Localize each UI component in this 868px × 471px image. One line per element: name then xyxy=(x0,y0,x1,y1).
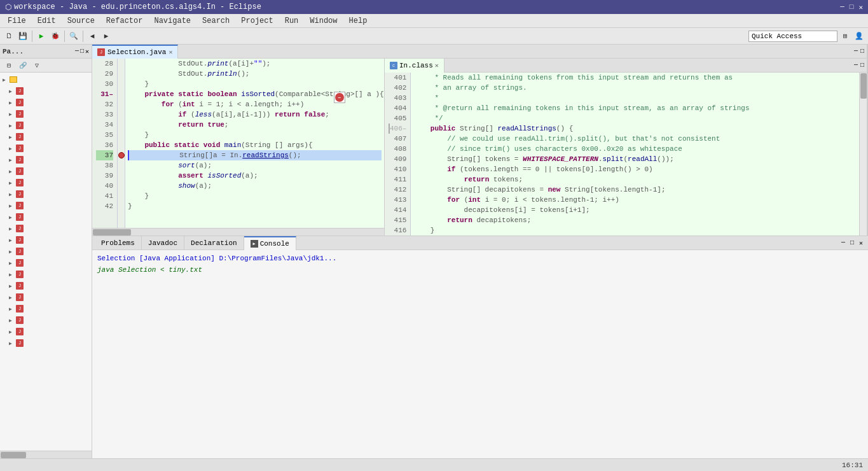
menu-help[interactable]: Help xyxy=(344,15,373,27)
tree-item[interactable]: ▶ J xyxy=(0,234,92,246)
tree-item[interactable]: ▶ J xyxy=(0,165,92,177)
title-bar-controls[interactable]: ─ □ ✕ xyxy=(840,3,863,11)
tree-menu[interactable]: ▽ xyxy=(31,59,43,72)
tab-close-inclass[interactable]: ✕ xyxy=(435,62,439,69)
toolbar-debug[interactable]: 🐞 xyxy=(49,30,62,43)
tree-item[interactable]: ▶ J xyxy=(0,120,92,131)
tree-item[interactable]: ▶ xyxy=(0,74,92,85)
tree-arrow: ▶ xyxy=(9,306,15,312)
selection-hscrollbar[interactable] xyxy=(92,228,384,236)
tree-item[interactable]: ▶ J xyxy=(0,257,92,269)
bottom-panel-minimize[interactable]: ─ xyxy=(839,239,848,246)
panel-minimize-btn[interactable]: ─ xyxy=(75,48,79,55)
tree-item[interactable]: ▶ J xyxy=(0,85,92,97)
tree-item[interactable]: ▶ J xyxy=(0,314,92,326)
tab-selection-java[interactable]: J Selection.java ✕ xyxy=(92,45,178,59)
maximize-button[interactable]: □ xyxy=(850,3,854,11)
menu-edit[interactable]: Edit xyxy=(32,15,61,27)
quick-access-box[interactable]: Quick Access xyxy=(748,31,837,42)
menu-project[interactable]: Project xyxy=(236,15,278,27)
tree-item[interactable]: ▶ J xyxy=(0,280,92,292)
toolbar-sep3 xyxy=(83,31,83,42)
menu-window[interactable]: Window xyxy=(305,15,342,27)
toolbar-back[interactable]: ◀ xyxy=(86,30,99,43)
tab-javadoc[interactable]: Javadoc xyxy=(142,236,184,250)
tree-item[interactable]: ▶ J xyxy=(0,246,92,257)
menu-file[interactable]: File xyxy=(3,15,31,27)
code-line-42: } xyxy=(128,201,382,211)
line-num-31: 31– xyxy=(96,89,113,99)
tab-console[interactable]: ▶ Console xyxy=(244,236,296,250)
tree-arrow: ▶ xyxy=(9,295,15,300)
tab-declaration[interactable]: Declaration xyxy=(184,236,244,250)
panel-close-btn[interactable]: ✕ xyxy=(85,48,89,55)
bp-40 xyxy=(118,181,125,191)
tab-inclass[interactable]: c In.class ✕ xyxy=(385,59,444,73)
tree-item[interactable]: ▶ J xyxy=(0,188,92,200)
menu-refactor[interactable]: Refactor xyxy=(101,15,148,27)
tree-item[interactable]: ▶ J xyxy=(0,326,92,337)
tab-problems[interactable]: Problems xyxy=(95,236,142,250)
ln-404: 404 xyxy=(389,103,406,113)
menu-source[interactable]: Source xyxy=(62,15,100,27)
editor-maximize-btn[interactable]: □ xyxy=(860,48,864,55)
tree-item[interactable]: ▶ J xyxy=(0,269,92,280)
minimize-button[interactable]: ─ xyxy=(840,3,844,11)
menu-run[interactable]: Run xyxy=(280,15,304,27)
tree-item[interactable]: ▶ J xyxy=(0,200,92,211)
code-line-35: } xyxy=(128,130,382,140)
tree-item[interactable]: ▶ J xyxy=(0,143,92,154)
inclass-minimize[interactable]: ─ xyxy=(854,62,858,69)
tree-arrow: ▶ xyxy=(9,329,15,335)
tree-arrow: ▶ xyxy=(9,203,15,209)
bp-41 xyxy=(118,191,125,201)
close-button[interactable]: ✕ xyxy=(858,3,863,11)
toolbar-new[interactable]: 🗋 xyxy=(3,30,15,43)
editor-minimize-btn[interactable]: ─ xyxy=(854,48,858,55)
inclass-maximize[interactable]: □ xyxy=(860,62,864,69)
toolbar-perspective[interactable]: ⊞ xyxy=(839,30,851,43)
tree-arrow: ▶ xyxy=(9,88,15,94)
bottom-panel-close[interactable]: ✕ xyxy=(857,239,865,247)
menu-navigate[interactable]: Navigate xyxy=(149,15,196,27)
java-file-icon: J xyxy=(15,247,24,256)
tab-close-selection[interactable]: ✕ xyxy=(169,48,172,56)
tree-item[interactable]: ▶ J xyxy=(0,154,92,165)
tree-arrow: ▶ xyxy=(9,192,15,197)
tab-console-label: Console xyxy=(260,240,289,248)
tree-arrow: ▶ xyxy=(9,134,15,140)
ic-line-405: */ xyxy=(413,113,857,123)
java-file-icon: J xyxy=(15,190,24,199)
ln-405: 405 xyxy=(389,113,406,123)
panel-maximize-btn[interactable]: □ xyxy=(80,48,84,55)
tree-item[interactable]: ▶ J xyxy=(0,223,92,234)
toolbar-run[interactable]: ▶ xyxy=(35,30,48,43)
line-num-34: 34 xyxy=(96,120,113,130)
bottom-panel-maximize[interactable]: □ xyxy=(848,239,857,246)
tree-item[interactable]: ▶ J xyxy=(0,97,92,108)
tree-item[interactable]: ▶ J xyxy=(0,177,92,188)
toolbar-user[interactable]: 👤 xyxy=(853,30,865,43)
tree-item[interactable]: ▶ J xyxy=(0,211,92,223)
tree-item[interactable]: ▶ J xyxy=(0,292,92,303)
console-line-1: Selection [Java Application] D:\ProgramF… xyxy=(97,253,863,264)
menu-search[interactable]: Search xyxy=(197,15,235,27)
ic-line-403: * xyxy=(413,93,857,103)
tree-item[interactable]: ▶ J xyxy=(0,108,92,120)
toolbar-save[interactable]: 💾 xyxy=(17,30,29,43)
line-numbers: 28 29 30 31– 32 33 34 35 36 37 38 39 xyxy=(92,59,118,228)
ic-line-416: } xyxy=(413,225,857,236)
autocomplete-popup[interactable]: − xyxy=(334,92,345,103)
inclass-vscrollbar[interactable] xyxy=(859,73,867,236)
tree-item[interactable]: ▶ J xyxy=(0,303,92,314)
tree-collapse-all[interactable]: ⊟ xyxy=(3,59,15,72)
editor-split-view: 28 29 30 31– 32 33 34 35 36 37 38 39 xyxy=(92,59,867,236)
ic-line-415: return decapitokens; xyxy=(413,215,857,225)
java-file-icon: J xyxy=(15,213,24,221)
toolbar-search[interactable]: 🔍 xyxy=(67,30,80,43)
left-panel-scrollbar[interactable] xyxy=(0,451,92,458)
toolbar-forward[interactable]: ▶ xyxy=(100,30,113,43)
tree-item[interactable]: ▶ J xyxy=(0,131,92,143)
tree-link-editor[interactable]: 🔗 xyxy=(17,59,29,72)
tree-item[interactable]: ▶ J xyxy=(0,337,92,349)
